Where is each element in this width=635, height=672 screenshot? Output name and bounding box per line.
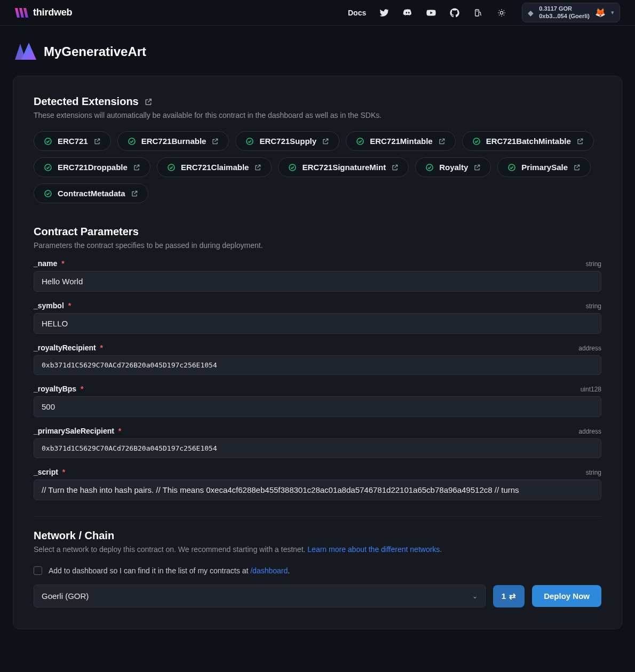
param-input[interactable] [34, 479, 601, 500]
param-row: _script *string [34, 468, 601, 500]
param-label: _royaltyBps * [34, 385, 84, 393]
theme-toggle-icon[interactable] [496, 7, 507, 18]
external-link-icon[interactable] [211, 138, 219, 145]
param-type: address [578, 345, 601, 352]
required-marker: * [60, 468, 65, 476]
param-input[interactable] [34, 438, 601, 458]
add-dashboard-label: Add to dashboard so I can find it in the… [49, 566, 290, 575]
extension-chip-label: ERC721 [58, 137, 88, 146]
check-icon [167, 163, 176, 172]
extension-chip-label: ERC721Supply [259, 137, 316, 146]
brand-logo[interactable]: thirdweb [15, 7, 72, 18]
external-link-icon[interactable] [93, 138, 101, 145]
network-learn-link[interactable]: Learn more about the different networks [307, 545, 440, 554]
extension-chip[interactable]: ERC721Burnable [117, 131, 229, 151]
extension-chip[interactable]: ERC721Claimable [157, 157, 272, 177]
extensions-heading: Detected Extensions [34, 95, 139, 108]
external-link-icon[interactable] [322, 138, 329, 145]
external-link-icon[interactable] [133, 164, 140, 171]
check-icon [44, 137, 52, 146]
header-nav: Docs [348, 7, 507, 18]
network-selected: Goerli (GOR) [42, 591, 89, 601]
eth-icon: ◆ [528, 9, 534, 17]
extensions-subheading: These extensions will automatically be a… [34, 111, 601, 119]
external-link-icon[interactable] [254, 164, 261, 171]
check-icon [245, 137, 254, 146]
wallet-address: 0xb3...054 (Goerli) [539, 13, 590, 20]
extension-chip-label: ERC721Droppable [58, 163, 128, 172]
param-label: _primarySaleRecipient * [34, 427, 121, 435]
param-label: _royaltyRecipient * [34, 343, 103, 352]
extension-chip[interactable]: ERC721Mintable [346, 131, 456, 151]
brand-mark-icon [15, 8, 29, 18]
required-marker: * [116, 427, 121, 435]
param-type: uint128 [581, 386, 601, 393]
gas-icon[interactable] [473, 7, 483, 18]
extension-chip[interactable]: ERC721BatchMintable [462, 131, 594, 151]
extension-chip[interactable]: PrimarySale [497, 157, 591, 177]
network-section: Network / Chain Select a network to depl… [34, 530, 601, 607]
extension-chip-label: ERC721Claimable [181, 163, 249, 172]
discord-icon[interactable] [402, 7, 413, 18]
network-desc: Select a network to deploy this contract… [34, 545, 601, 554]
extension-chip[interactable]: ERC721SignatureMint [278, 157, 409, 177]
deploy-button[interactable]: Deploy Now [532, 585, 601, 607]
extension-chip[interactable]: ContractMetadata [34, 183, 148, 203]
required-marker: * [98, 343, 103, 352]
param-label: _script * [34, 468, 65, 476]
external-link-icon[interactable] [473, 164, 481, 171]
param-input[interactable] [34, 396, 601, 417]
metamask-icon: 🦊 [595, 7, 606, 18]
param-row: _symbol *string [34, 301, 601, 334]
extension-chip[interactable]: ERC721Droppable [34, 157, 150, 177]
check-icon [472, 137, 481, 146]
wallet-button[interactable]: ◆ 0.3117 GOR 0xb3...054 (Goerli) 🦊 ▾ [522, 3, 620, 23]
extension-chip[interactable]: ERC721Supply [235, 131, 339, 151]
extension-chip-label: ERC721SignatureMint [302, 163, 386, 172]
extension-chip-label: Royalty [439, 163, 468, 172]
docs-link[interactable]: Docs [348, 9, 366, 17]
required-marker: * [78, 385, 83, 393]
external-link-icon[interactable] [131, 190, 138, 197]
deploy-footer: Goerli (GOR) ⌄ 1 ⇄ Deploy Now [34, 585, 601, 607]
external-link-icon[interactable] [391, 164, 399, 171]
param-label: _name * [34, 259, 65, 268]
dashboard-link[interactable]: /dashboard [250, 566, 288, 575]
network-select[interactable]: Goerli (GOR) ⌄ [34, 585, 486, 607]
external-link-icon[interactable] [144, 98, 153, 106]
contract-params-heading: Contract Parameters [34, 226, 601, 238]
param-input[interactable] [34, 271, 601, 292]
brand-text: thirdweb [33, 7, 72, 18]
extension-chip[interactable]: Royalty [415, 157, 491, 177]
external-link-icon[interactable] [576, 138, 584, 145]
wallet-balance: 0.3117 GOR [539, 5, 590, 13]
add-dashboard-row: Add to dashboard so I can find it in the… [34, 566, 601, 575]
page-title-row: MyGenerativeArt [15, 43, 620, 61]
swap-icon: ⇄ [509, 591, 516, 601]
external-link-icon[interactable] [438, 138, 446, 145]
network-heading: Network / Chain [34, 530, 601, 542]
extension-chip-label: ERC721BatchMintable [486, 137, 571, 146]
param-label: _symbol * [34, 301, 71, 310]
svg-point-1 [501, 11, 503, 14]
page-body: MyGenerativeArt Detected Extensions Thes… [0, 26, 635, 642]
check-icon [44, 189, 52, 198]
twitter-icon[interactable] [379, 7, 390, 18]
github-icon[interactable] [449, 7, 460, 18]
param-input[interactable] [34, 313, 601, 334]
network-desc-text: Select a network to deploy this contract… [34, 545, 307, 554]
chevron-down-icon: ▾ [611, 9, 614, 16]
youtube-icon[interactable] [426, 7, 436, 18]
tx-count-button[interactable]: 1 ⇄ [493, 585, 525, 607]
param-input[interactable] [34, 355, 601, 375]
param-row: _primarySaleRecipient *address [34, 427, 601, 458]
extension-chip-label: ContractMetadata [58, 189, 125, 198]
external-link-icon[interactable] [573, 164, 581, 171]
extension-chip[interactable]: ERC721 [34, 131, 111, 151]
add-dashboard-checkbox[interactable] [34, 566, 42, 575]
params-list: _name *string_symbol *string_royaltyReci… [34, 259, 601, 500]
svg-rect-0 [475, 10, 479, 16]
chevron-down-icon: ⌄ [472, 593, 478, 600]
tx-count: 1 [502, 591, 506, 601]
check-icon [44, 163, 52, 172]
